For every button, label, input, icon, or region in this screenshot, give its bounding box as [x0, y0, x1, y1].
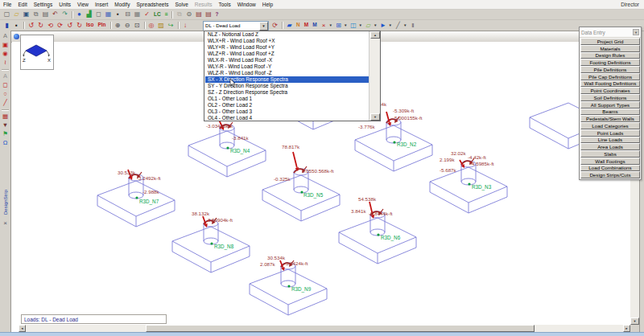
pencil-menu-icon[interactable]: ╱ — [394, 21, 402, 30]
data-entry-point-loads[interactable]: Point Loads — [580, 129, 640, 137]
data-entry-design-rules[interactable]: Design Rules — [580, 52, 640, 59]
equals-icon[interactable]: = — [163, 10, 170, 19]
modify-pedestal-icon[interactable]: ○ — [1, 90, 10, 98]
new-model-view-icon[interactable]: ▮ — [2, 21, 11, 30]
edit-notepad-icon[interactable]: ▨ — [157, 21, 166, 30]
solve-lc-icon[interactable]: LC — [152, 10, 163, 19]
slab-menu-icon-caret[interactable]: ▼ — [374, 23, 377, 27]
data-entry-titlebar[interactable]: Data Entry ▼ — [580, 27, 641, 38]
data-entry-pile-cap-definitions[interactable]: Pile Cap Definitions — [580, 73, 640, 80]
plan-view-button[interactable]: Pln — [96, 21, 107, 30]
menu-units[interactable]: Units — [56, 2, 74, 7]
support-flag-icon[interactable]: ⚑ — [1, 130, 10, 138]
data-entry-wall-footings[interactable]: Wall Footings — [580, 158, 640, 165]
rotate-right-icon[interactable]: ↻ — [36, 21, 45, 30]
save-icon[interactable]: ▣ — [22, 10, 31, 19]
menu-insert[interactable]: Insert — [92, 2, 111, 7]
load-case-option[interactable]: WLY+R - Wind Load Roof +Y — [205, 44, 369, 51]
data-entry-footing-definitions[interactable]: Footing Definitions — [580, 59, 640, 66]
data-entry-beams[interactable]: Beams — [580, 109, 640, 116]
apply-loads-icon[interactable]: ↓ — [181, 21, 190, 30]
rotate-down-icon[interactable]: ⟳ — [56, 21, 64, 30]
menu-modify[interactable]: Modify — [111, 2, 133, 7]
selection-box-icon[interactable]: ◻ — [94, 10, 103, 19]
iso-view-button[interactable]: Iso — [85, 21, 95, 30]
menu-file[interactable]: File — [0, 2, 14, 7]
redo-icon[interactable]: ↷ — [60, 10, 69, 19]
scroll-down-icon[interactable]: ▼ — [630, 318, 639, 325]
load-case-option[interactable]: OL1 - Other Load 1 — [205, 96, 369, 102]
project-grid-tool-icon[interactable]: ▦ — [1, 113, 10, 121]
menu-view[interactable]: View — [74, 2, 92, 7]
load-case-option[interactable]: WLX+R - Wind Load Roof +X — [205, 38, 369, 44]
code-book-icon[interactable]: ▤ — [194, 10, 203, 19]
zoom-window-icon[interactable]: ⊡ — [133, 21, 142, 30]
menu-edit[interactable]: Edit — [14, 2, 30, 7]
tile-window-icon[interactable]: ⊟ — [123, 10, 132, 19]
window-menu-icon-caret[interactable]: ▼ — [344, 23, 347, 27]
draw-footing-icon[interactable]: ▣ — [1, 41, 10, 49]
soil-region-icon[interactable]: ▼ — [1, 121, 10, 129]
pencil-menu-icon-caret[interactable]: ▼ — [403, 23, 407, 27]
spreadsheet-icon[interactable]: ▦ — [133, 10, 142, 19]
dimension-menu-icon-caret[interactable]: ▼ — [358, 23, 361, 27]
open-folder-icon[interactable]: ▱ — [12, 10, 21, 19]
paintbrush-icon[interactable]: ▰ — [285, 21, 294, 30]
menu-spreadsheets[interactable]: Spreadsheets — [133, 2, 171, 7]
grid-view-icon[interactable]: ▦ — [104, 10, 113, 19]
draw-pedestal-icon[interactable]: ◉ — [1, 50, 10, 58]
data-entry-wall-footing-definitions[interactable]: Wall Footing Definitions — [580, 80, 640, 88]
undo-icon[interactable]: ↶ — [51, 10, 60, 19]
scroll-left-icon[interactable]: ◄ — [19, 325, 26, 332]
print-icon[interactable]: ▤ — [41, 10, 50, 19]
modify-beam-icon[interactable]: ╱ — [1, 99, 10, 107]
load-case-option[interactable]: WLZ+R - Wind Load Roof +Z — [205, 51, 369, 57]
dropdown-scroll-up-icon[interactable]: ▲ — [370, 31, 380, 39]
scroll-right-icon[interactable]: ► — [623, 325, 630, 332]
load-case-option[interactable]: WLX-R - Wind Load Roof -X — [205, 57, 369, 64]
wall-panel-icon[interactable]: ‖ — [408, 21, 417, 30]
data-entry-all-support-types[interactable]: All Support Types — [580, 101, 640, 109]
annotate-text-icon[interactable]: A — [1, 32, 10, 40]
data-entry-soil-definitions[interactable]: Soil Definitions — [580, 94, 640, 101]
data-entry-pile-definitions[interactable]: Pile Definitions — [580, 66, 640, 73]
menu-tools[interactable]: Tools — [215, 2, 233, 7]
globe-icon[interactable]: ● — [75, 10, 84, 19]
load-case-option[interactable]: WLY-R - Wind Load Roof -Y — [205, 64, 369, 70]
window-menu-icon[interactable]: ⊞ — [334, 21, 343, 30]
full-redraw-icon[interactable]: ◎ — [147, 21, 156, 30]
render-view-icon[interactable]: ▪ — [114, 10, 122, 19]
data-entry-materials[interactable]: Materials — [580, 45, 640, 52]
menu-help[interactable]: Help — [259, 2, 276, 7]
snapshot-icon[interactable]: ▪ — [12, 21, 21, 30]
rotate-left-icon[interactable]: ↺ — [27, 21, 35, 30]
load-case-option[interactable]: OL4 - Other Load 4 — [205, 115, 369, 121]
horizontal-scroll-thumb[interactable] — [146, 325, 535, 332]
solve-check-icon[interactable]: ✓ — [142, 10, 151, 19]
data-entry-design-strips-cuts[interactable]: Design Strips/Cuts — [580, 171, 640, 178]
combobox-arrow-icon[interactable]: ▼ — [259, 22, 268, 31]
data-entry-line-loads[interactable]: Line Loads — [580, 137, 640, 144]
rotate-up-icon[interactable]: ⟲ — [46, 21, 55, 30]
spin-ccw-icon[interactable]: ↺ — [65, 21, 74, 30]
design-strip-vertical-label[interactable]: DesignStrip — [3, 190, 8, 215]
data-entry-pedestals-stem-walls[interactable]: Pedestals/Stem Walls — [580, 115, 640, 122]
beam-chart-icon[interactable]: ▟ — [85, 10, 93, 19]
load-case-option[interactable]: NLZ - Notional Load Z — [205, 31, 369, 38]
help-icon[interactable]: ? — [213, 10, 220, 19]
menu-solve[interactable]: Solve — [172, 2, 192, 7]
modify-footing-icon[interactable]: ◻ — [1, 81, 10, 89]
clone-view-icon[interactable]: ↪ — [167, 21, 175, 30]
data-entry-slabs[interactable]: Slabs — [580, 150, 640, 158]
copy-disabled-icon[interactable]: ⧉ — [175, 10, 184, 19]
node-label-icon[interactable]: N — [295, 21, 302, 30]
moment-z-icon[interactable]: M — [311, 21, 318, 30]
dropdown-scrollbar[interactable]: ▲ ▼ — [369, 31, 380, 121]
copy-icon[interactable]: ⧉ — [31, 10, 40, 19]
delete-menu-icon[interactable]: × — [320, 21, 328, 30]
slab-menu-icon[interactable]: ▱ — [364, 21, 373, 30]
find-icon[interactable]: ⊙ — [184, 10, 193, 19]
design-cut-icon[interactable]: × — [3, 219, 7, 227]
unlock-icon[interactable]: Ω — [1, 139, 10, 147]
data-entry-point-coordinates[interactable]: Point Coordinates — [580, 87, 640, 94]
